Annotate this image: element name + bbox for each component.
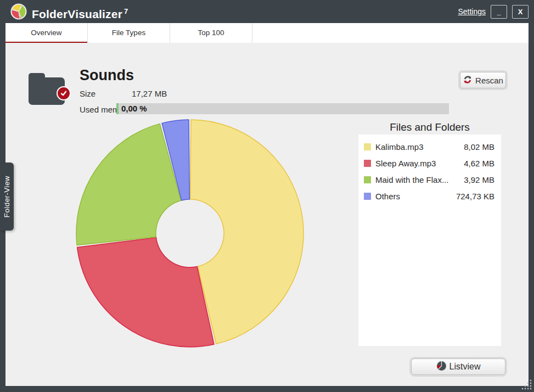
pie-slice-sleep-away-mp3[interactable]	[77, 238, 214, 347]
listview-button[interactable]: Listview	[411, 359, 505, 375]
pie-chart	[72, 115, 308, 351]
size-value: 17,27 MB	[132, 89, 167, 98]
legend-size: 724,73 KB	[456, 192, 494, 201]
resize-grip[interactable]	[520, 378, 533, 391]
legend-size: 8,02 MB	[464, 142, 494, 152]
refresh-icon	[463, 75, 473, 86]
legend-color-swatch	[364, 193, 371, 200]
legend-panel: Kalimba.mp38,02 MBSleep Away.mp34,62 MBM…	[358, 135, 501, 346]
used-memory-bar: 0,00 %	[116, 103, 449, 114]
folder-icon	[29, 73, 65, 105]
page-title: Sounds	[80, 67, 134, 84]
used-memory-fill	[116, 103, 119, 114]
tab-top-100[interactable]: Top 100	[170, 23, 252, 43]
legend-color-swatch	[364, 176, 371, 183]
legend-color-swatch	[364, 143, 371, 150]
pie-slice-maid-with-the-flax-[interactable]	[76, 124, 181, 245]
app-version: 7	[124, 7, 128, 15]
legend-color-swatch	[364, 160, 371, 167]
tab-bar: Overview File Types Top 100	[5, 23, 529, 43]
settings-link[interactable]: Settings	[458, 7, 486, 16]
app-title: FolderVisualizer7	[32, 0, 128, 23]
legend-row[interactable]: Others724,73 KB	[358, 188, 501, 204]
pie-slice-kalimba-mp3[interactable]	[190, 120, 303, 344]
pie-chart-icon	[436, 361, 447, 373]
scan-complete-check-icon	[57, 86, 71, 100]
title-bar: FolderVisualizer7 Settings _ X	[0, 0, 534, 23]
folder-view-side-tab[interactable]: Folder-View	[0, 163, 14, 231]
app-logo-pie-icon	[10, 3, 27, 20]
tab-file-types[interactable]: File Types	[88, 23, 170, 43]
size-label: Size	[80, 89, 95, 98]
legend-row[interactable]: Sleep Away.mp34,62 MB	[358, 155, 501, 171]
legend-title: Files and Folders	[358, 120, 501, 135]
tab-overview[interactable]: Overview	[5, 23, 88, 43]
files-and-folders-legend: Files and Folders Kalimba.mp38,02 MBSlee…	[358, 120, 501, 346]
legend-size: 3,92 MB	[464, 175, 494, 184]
legend-label: Maid with the Flax...	[375, 175, 448, 184]
legend-label: Sleep Away.mp3	[375, 159, 436, 168]
rescan-button[interactable]: Rescan	[460, 72, 506, 88]
legend-row[interactable]: Maid with the Flax...3,92 MB	[358, 171, 501, 188]
overview-panel: Sounds Size 17,27 MB Used memory 0,00 % …	[5, 43, 529, 386]
legend-label: Kalimba.mp3	[375, 142, 424, 152]
legend-row[interactable]: Kalimba.mp38,02 MB	[358, 138, 501, 155]
legend-label: Others	[375, 192, 400, 201]
minimize-button[interactable]: _	[491, 5, 507, 19]
legend-size: 4,62 MB	[464, 159, 494, 168]
used-memory-value: 0,00 %	[121, 103, 147, 114]
close-button[interactable]: X	[512, 5, 529, 19]
